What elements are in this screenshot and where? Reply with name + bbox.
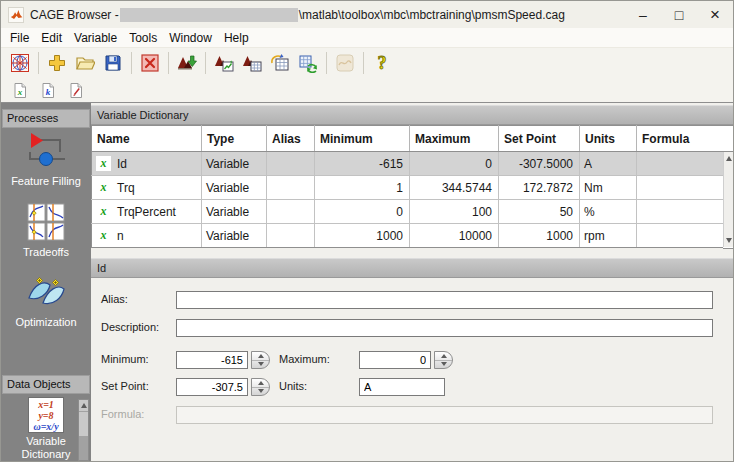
globe-grid-icon bbox=[10, 53, 30, 73]
cell-maximum: 344.5744 bbox=[410, 176, 499, 200]
set-point-input[interactable] bbox=[176, 378, 248, 396]
menu-tools[interactable]: Tools bbox=[123, 31, 163, 45]
spin-down-button[interactable] bbox=[252, 361, 269, 369]
set-point-spinner bbox=[176, 378, 270, 396]
table-header-row: Name Type Alias Minimum Maximum Set Poin… bbox=[92, 126, 724, 152]
spin-down-button[interactable] bbox=[252, 388, 269, 396]
maximum-spin-buttons bbox=[434, 351, 453, 369]
variable-dictionary-icon: x=1 y=8 ω=x/y bbox=[28, 397, 64, 433]
surface-table-icon bbox=[242, 53, 262, 73]
menu-file[interactable]: File bbox=[4, 31, 35, 45]
svg-text:k: k bbox=[46, 87, 51, 97]
minimum-input[interactable] bbox=[176, 351, 248, 369]
scroll-up-arrow[interactable] bbox=[726, 156, 732, 161]
spin-up-button[interactable] bbox=[252, 352, 269, 361]
close-button[interactable]: × bbox=[697, 1, 733, 28]
window-title-prefix: CAGE Browser - bbox=[30, 8, 119, 22]
window-controls: – □ × bbox=[625, 1, 733, 28]
new-variable-button[interactable]: x bbox=[6, 79, 34, 101]
alias-label: Alias: bbox=[101, 293, 128, 305]
column-header-units[interactable]: Units bbox=[580, 126, 637, 152]
toolbar-separator bbox=[168, 52, 169, 74]
document-formula-icon bbox=[68, 82, 84, 99]
export-surface-button[interactable] bbox=[210, 50, 238, 76]
sidebar-item-label: Tradeoffs bbox=[1, 246, 91, 259]
cell-alias bbox=[267, 200, 315, 224]
sidebar-scrollbar[interactable] bbox=[78, 399, 89, 461]
processes-section-header: Processes bbox=[2, 109, 90, 128]
matlab-app-icon bbox=[8, 7, 24, 23]
scroll-thumb[interactable] bbox=[79, 412, 88, 436]
main-area: Processes Feature Filling bbox=[1, 102, 733, 462]
mbc-model-browser-button[interactable] bbox=[6, 50, 34, 76]
disabled-wave-icon bbox=[335, 53, 355, 73]
new-formula-button[interactable] bbox=[62, 79, 90, 101]
scrollbar-track[interactable] bbox=[723, 152, 734, 247]
table-row-trq[interactable]: Trq Variable 1 344.5744 172.7872 Nm bbox=[92, 176, 724, 200]
content-pane: Variable Dictionary Name Type Alias Mini… bbox=[91, 103, 733, 462]
table-row-n[interactable]: n Variable 1000 10000 1000 rpm bbox=[92, 224, 724, 248]
spin-down-button[interactable] bbox=[435, 361, 452, 369]
column-header-formula[interactable]: Formula bbox=[637, 126, 724, 152]
menu-variable[interactable]: Variable bbox=[68, 31, 123, 45]
menu-help[interactable]: Help bbox=[218, 31, 255, 45]
vardict-icon-line: x=1 bbox=[29, 399, 63, 410]
close-project-button[interactable] bbox=[136, 50, 164, 76]
column-header-set-point[interactable]: Set Point bbox=[499, 126, 580, 152]
column-header-maximum[interactable]: Maximum bbox=[410, 126, 499, 152]
cell-name: Trq bbox=[117, 181, 135, 195]
vardict-icon-line: y=8 bbox=[29, 410, 63, 421]
scroll-up-arrow[interactable] bbox=[79, 400, 88, 411]
document-constant-icon: k bbox=[40, 82, 56, 99]
cell-formula bbox=[637, 176, 724, 200]
open-project-button[interactable] bbox=[71, 50, 99, 76]
save-project-button[interactable] bbox=[99, 50, 127, 76]
maximum-input[interactable] bbox=[359, 351, 431, 369]
cell-name: Id bbox=[117, 157, 127, 171]
surface-table-view-button[interactable] bbox=[238, 50, 266, 76]
spin-up-button[interactable] bbox=[435, 352, 452, 361]
units-input[interactable] bbox=[359, 378, 445, 396]
detail-pane-header: Id bbox=[91, 258, 733, 278]
copy-table-button[interactable] bbox=[266, 50, 294, 76]
cell-alias bbox=[267, 224, 315, 248]
column-header-alias[interactable]: Alias bbox=[267, 126, 315, 152]
column-header-type[interactable]: Type bbox=[202, 126, 267, 152]
description-input[interactable] bbox=[176, 319, 713, 337]
table-undo-icon bbox=[270, 53, 290, 73]
formula-input bbox=[176, 406, 713, 424]
sidebar-item-feature-filling[interactable]: Feature Filling bbox=[1, 132, 91, 188]
tradeoffs-icon bbox=[27, 203, 65, 241]
cell-set-point: 172.7872 bbox=[499, 176, 580, 200]
spin-up-button[interactable] bbox=[252, 379, 269, 388]
surface-import-icon bbox=[177, 53, 197, 73]
column-header-minimum[interactable]: Minimum bbox=[315, 126, 410, 152]
import-calibration-button[interactable] bbox=[173, 50, 201, 76]
minimize-button[interactable]: – bbox=[625, 1, 661, 28]
comparison-button-disabled bbox=[331, 50, 359, 76]
update-tables-button[interactable] bbox=[294, 50, 322, 76]
open-folder-icon bbox=[75, 53, 95, 73]
table-scrollbar[interactable] bbox=[723, 125, 734, 249]
cell-units: A bbox=[580, 152, 637, 176]
scroll-down-arrow[interactable] bbox=[726, 238, 732, 243]
cell-minimum: 1 bbox=[315, 176, 410, 200]
new-constant-button[interactable]: k bbox=[34, 79, 62, 101]
variable-dictionary-table: Name Type Alias Minimum Maximum Set Poin… bbox=[91, 125, 724, 248]
table-row-trqpercent[interactable]: TrqPercent Variable 0 100 50 % bbox=[92, 200, 724, 224]
help-button[interactable]: ? bbox=[368, 50, 396, 76]
variable-dictionary-pane-header: Variable Dictionary bbox=[91, 105, 733, 125]
column-header-name[interactable]: Name bbox=[92, 126, 202, 152]
sidebar-item-label: Feature Filling bbox=[1, 175, 91, 188]
cell-minimum: 0 bbox=[315, 200, 410, 224]
cell-minimum: -615 bbox=[315, 152, 410, 176]
menu-window[interactable]: Window bbox=[163, 31, 218, 45]
sidebar-item-optimization[interactable]: Optimization bbox=[1, 271, 91, 329]
alias-input[interactable] bbox=[176, 291, 713, 309]
new-project-button[interactable] bbox=[43, 50, 71, 76]
table-row-id[interactable]: Id Variable -615 0 -307.5000 A bbox=[92, 152, 724, 176]
formula-label: Formula: bbox=[101, 408, 144, 420]
menu-edit[interactable]: Edit bbox=[35, 31, 68, 45]
sidebar-item-tradeoffs[interactable]: Tradeoffs bbox=[1, 203, 91, 259]
maximize-button[interactable]: □ bbox=[661, 1, 697, 28]
